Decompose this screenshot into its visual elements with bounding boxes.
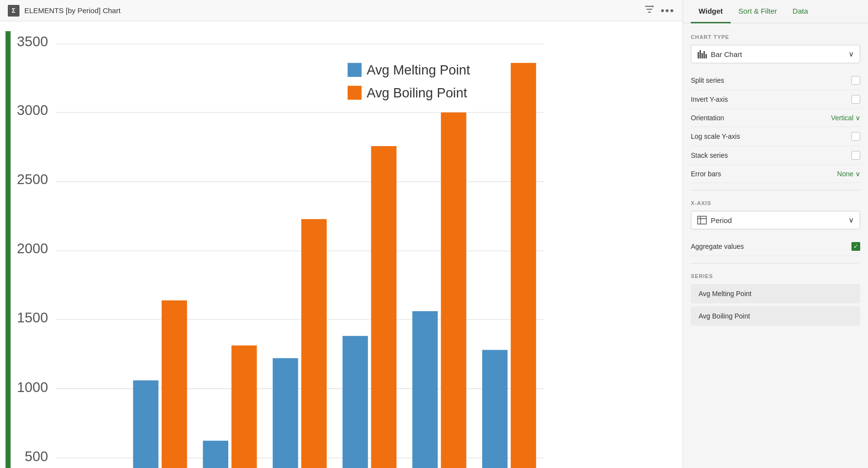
- chart-body: 3500 3000 2500 2000 1500 1000 500 0: [0, 21, 683, 468]
- chart-panel: Σ ELEMENTS [by Period] Chart •••: [0, 0, 683, 468]
- aggregate-row: Aggregate values: [691, 237, 860, 256]
- svg-rect-27: [412, 311, 438, 468]
- stack-series-checkbox[interactable]: [851, 151, 860, 160]
- x-axis-value: Period: [711, 216, 732, 225]
- svg-rect-40: [698, 52, 699, 58]
- sigma-icon: Σ: [8, 5, 19, 17]
- svg-rect-45: [698, 216, 706, 224]
- svg-rect-43: [703, 51, 705, 58]
- filter-icon[interactable]: [644, 4, 655, 17]
- svg-rect-30: [511, 63, 536, 468]
- orientation-row: Orientation Vertical ∨: [691, 109, 860, 127]
- svg-rect-42: [702, 53, 703, 58]
- stack-series-label: Stack series: [691, 151, 728, 159]
- x-axis-dropdown-left: Period: [697, 216, 732, 225]
- svg-text:1000: 1000: [17, 379, 48, 395]
- chart-type-dropdown[interactable]: Bar Chart ∨: [691, 45, 860, 63]
- chart-title: ELEMENTS [by Period] Chart: [24, 6, 121, 15]
- x-axis-dropdown[interactable]: Period ∨: [691, 211, 860, 229]
- svg-rect-23: [273, 358, 298, 468]
- chart-title-area: Σ ELEMENTS [by Period] Chart: [8, 5, 121, 17]
- split-series-row: Split series: [691, 71, 860, 90]
- widget-panel: Widget Sort & Filter Data CHART TYPE Bar…: [683, 0, 868, 468]
- orientation-chevron: ∨: [855, 114, 860, 122]
- more-options-icon[interactable]: •••: [661, 4, 675, 17]
- svg-rect-44: [705, 54, 707, 58]
- svg-rect-20: [162, 300, 187, 468]
- error-bars-value[interactable]: None ∨: [837, 170, 860, 178]
- svg-text:2500: 2500: [17, 171, 48, 187]
- svg-text:500: 500: [25, 449, 48, 464]
- split-series-label: Split series: [691, 76, 724, 84]
- series-label: SERIES: [691, 273, 860, 279]
- svg-rect-19: [133, 380, 158, 468]
- x-axis-label: X-AXIS: [691, 200, 860, 206]
- svg-rect-26: [371, 146, 396, 468]
- panel-tabs: Widget Sort & Filter Data: [683, 0, 868, 23]
- svg-rect-41: [700, 50, 701, 58]
- log-scale-row: Log scale Y-axis: [691, 127, 860, 146]
- svg-rect-25: [343, 336, 368, 468]
- svg-rect-21: [203, 441, 228, 468]
- x-axis-chevron: ∨: [849, 216, 854, 225]
- svg-rect-28: [441, 112, 466, 468]
- aggregate-label: Aggregate values: [691, 243, 744, 250]
- log-scale-label: Log scale Y-axis: [691, 132, 740, 140]
- svg-rect-22: [231, 345, 257, 468]
- chart-type-chevron: ∨: [849, 50, 854, 58]
- svg-text:Avg Melting Point: Avg Melting Point: [367, 62, 470, 77]
- series-item-melting[interactable]: Avg Melting Point: [691, 284, 860, 303]
- error-bars-label: Error bars: [691, 170, 721, 178]
- chart-header-actions: •••: [644, 4, 675, 17]
- svg-text:Avg Boiling Point: Avg Boiling Point: [367, 85, 467, 100]
- svg-rect-35: [348, 63, 362, 77]
- error-bars-chevron: ∨: [855, 170, 860, 178]
- svg-rect-37: [348, 86, 362, 100]
- svg-point-0: [652, 5, 654, 7]
- split-series-checkbox[interactable]: [851, 76, 860, 85]
- chart-type-dropdown-left: Bar Chart: [697, 50, 742, 58]
- orientation-value[interactable]: Vertical ∨: [831, 114, 860, 122]
- svg-text:1500: 1500: [17, 310, 48, 325]
- svg-text:3000: 3000: [17, 102, 48, 118]
- invert-y-row: Invert Y-axis: [691, 90, 860, 109]
- chart-svg: 3500 3000 2500 2000 1500 1000 500 0: [5, 31, 678, 468]
- series-item-boiling[interactable]: Avg Boiling Point: [691, 306, 860, 326]
- invert-y-label: Invert Y-axis: [691, 95, 728, 103]
- tab-widget[interactable]: Widget: [691, 0, 731, 23]
- svg-text:2000: 2000: [17, 241, 48, 256]
- aggregate-checkbox[interactable]: [851, 242, 860, 251]
- chart-type-value: Bar Chart: [711, 50, 742, 58]
- tab-data[interactable]: Data: [785, 0, 816, 23]
- chart-type-label: CHART TYPE: [691, 34, 860, 40]
- chart-header: Σ ELEMENTS [by Period] Chart •••: [0, 0, 683, 21]
- stack-series-row: Stack series: [691, 146, 860, 165]
- panel-content: CHART TYPE Bar Chart ∨ Split series: [683, 23, 868, 334]
- x-axis-table-icon: [697, 216, 707, 225]
- svg-rect-24: [301, 219, 327, 468]
- svg-rect-29: [482, 350, 507, 468]
- error-bars-row: Error bars None ∨: [691, 165, 860, 183]
- orientation-label: Orientation: [691, 114, 724, 122]
- invert-y-checkbox[interactable]: [851, 95, 860, 104]
- svg-text:3500: 3500: [17, 34, 48, 49]
- divider-1: [691, 190, 860, 190]
- tab-sort-filter[interactable]: Sort & Filter: [731, 0, 785, 23]
- divider-2: [691, 263, 860, 263]
- bar-chart-dropdown-icon: [697, 50, 707, 58]
- log-scale-checkbox[interactable]: [851, 132, 860, 141]
